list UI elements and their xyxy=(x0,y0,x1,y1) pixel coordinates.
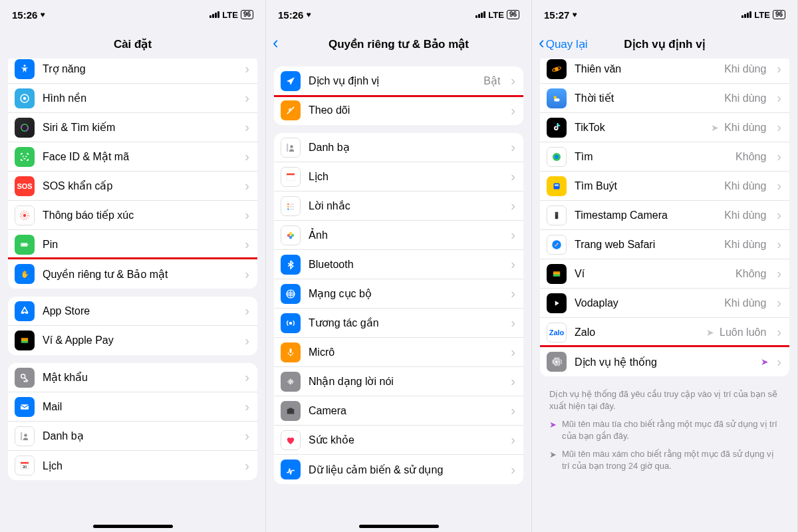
row-app-timestamp[interactable]: Timestamp Camera Khi dùng › xyxy=(540,201,789,230)
row-contacts[interactable]: Danh bạ › xyxy=(8,422,257,451)
row-app-busfinder[interactable]: Tìm Buýt Khi dùng › xyxy=(540,172,789,201)
row-health[interactable]: Sức khỏe › xyxy=(274,426,523,455)
location-apps-group: Thiên văn Khi dùng › Thời tiết Khi dùng … xyxy=(540,59,789,376)
chevron-right-icon: › xyxy=(511,286,515,301)
back-button[interactable]: ‹Quay lại xyxy=(539,37,588,51)
row-label: Vodaplay xyxy=(575,297,716,309)
row-battery[interactable]: Pin › xyxy=(8,230,257,259)
row-label: Ví xyxy=(575,268,728,280)
row-tracking[interactable]: Theo dõi › xyxy=(274,96,523,125)
status-time: 15:27 xyxy=(544,9,569,21)
svg-rect-41 xyxy=(290,348,292,353)
row-wallpaper[interactable]: Hình nền › xyxy=(8,84,257,113)
row-wallet[interactable]: Ví & Apple Pay › xyxy=(8,326,257,355)
chevron-right-icon: › xyxy=(777,325,781,340)
row-mail[interactable]: Mail › xyxy=(8,392,257,422)
row-label: Mật khẩu xyxy=(43,371,234,384)
svg-point-36 xyxy=(289,231,293,235)
sensor-icon xyxy=(281,460,301,479)
svg-point-57 xyxy=(555,360,558,363)
svg-point-42 xyxy=(289,410,293,413)
row-sos[interactable]: SOS SOS khẩn cấp › xyxy=(8,172,257,201)
chevron-right-icon: › xyxy=(511,103,515,118)
zalo-icon: Zalo xyxy=(547,323,567,342)
battery-icon: 96 xyxy=(241,10,253,19)
row-app-weather[interactable]: Thời tiết Khi dùng › xyxy=(540,84,789,113)
reminders-icon xyxy=(281,196,301,216)
row-label: Lịch xyxy=(309,170,500,183)
row-speech[interactable]: Nhận dạng lời nói › xyxy=(274,367,523,396)
row-app-tiktok[interactable]: TikTok ➤ Khi dùng › xyxy=(540,113,789,142)
footer-note-text: Mũi tên màu tía cho biết rằng một mục đã… xyxy=(562,418,780,442)
timestamp-icon xyxy=(547,205,567,225)
row-label: Lịch xyxy=(43,460,234,472)
privacy-group-data: Danh bạ › Lịch › Lời nhắc › Ảnh › Blueto… xyxy=(274,133,523,484)
row-label: Trang web Safari xyxy=(575,239,716,251)
nav-header: ‹ Quyền riêng tư & Bảo mật xyxy=(266,29,531,59)
row-privacy[interactable]: ✋ Quyền riêng tư & Bảo mật › xyxy=(8,259,257,289)
row-nearby[interactable]: Tương tác gần › xyxy=(274,309,523,338)
row-label: Danh bạ xyxy=(309,141,500,154)
row-system-services[interactable]: Dịch vụ hệ thống ➤ › xyxy=(540,347,789,376)
row-appstore[interactable]: App Store › xyxy=(8,297,257,326)
row-sensor-data[interactable]: Dữ liệu cảm biến & sử dụng › xyxy=(274,455,523,484)
row-reminders[interactable]: Lời nhắc › xyxy=(274,192,523,221)
page-title: Dịch vụ định vị xyxy=(624,37,705,51)
footer-note-purple: ➤ Mũi tên màu tía cho biết rằng một mục … xyxy=(540,413,789,443)
row-accessibility[interactable]: Trợ năng › xyxy=(8,59,257,84)
row-label: Hình nền xyxy=(43,92,234,104)
row-local-network[interactable]: Mạng cục bộ › xyxy=(274,279,523,309)
row-passwords[interactable]: Mật khẩu › xyxy=(8,363,257,392)
row-app-vodaplay[interactable]: Vodaplay Khi dùng › xyxy=(540,289,789,318)
row-app-astronomy[interactable]: Thiên văn Khi dùng › xyxy=(540,59,789,84)
chevron-right-icon: › xyxy=(777,120,781,135)
svg-rect-21 xyxy=(21,462,29,464)
speech-icon xyxy=(281,372,301,392)
row-app-safari[interactable]: Trang web Safari Khi dùng › xyxy=(540,230,789,259)
row-label: Tương tác gần xyxy=(309,317,500,329)
row-faceid[interactable]: Face ID & Mật mã › xyxy=(8,142,257,172)
row-location-services[interactable]: Dịch vụ định vị Bật › xyxy=(274,66,523,96)
row-app-zalo[interactable]: Zalo Zalo ➤ Luôn luôn › xyxy=(540,318,789,347)
row-microphone[interactable]: Micrô › xyxy=(274,338,523,367)
row-bluetooth[interactable]: Bluetooth › xyxy=(274,250,523,279)
phone-location-services: 15:27 ♥ LTE 96 ‹Quay lại Dịch vụ định vị… xyxy=(532,0,798,532)
row-label: Tìm Buýt xyxy=(575,180,716,192)
signal-icon xyxy=(741,11,751,18)
row-camera[interactable]: Camera › xyxy=(274,396,523,426)
row-app-wallet[interactable]: Ví Không › xyxy=(540,259,789,289)
svg-text:30: 30 xyxy=(23,465,27,469)
findmy-icon xyxy=(547,147,567,167)
svg-rect-55 xyxy=(553,274,561,276)
contacts-icon xyxy=(15,426,35,446)
row-calendar[interactable]: 30 Lịch › xyxy=(8,451,257,480)
row-label: Quyền riêng tư & Bảo mật xyxy=(43,268,234,281)
chevron-right-icon: › xyxy=(511,73,515,88)
home-indicator xyxy=(359,525,439,528)
row-photos[interactable]: Ảnh › xyxy=(274,221,523,250)
footer-note-text: Mũi tên màu xám cho biết rằng một mục đã… xyxy=(562,448,780,471)
chevron-right-icon: › xyxy=(245,149,249,164)
bluetooth-icon xyxy=(281,255,301,275)
signal-icon xyxy=(475,11,485,18)
svg-rect-15 xyxy=(21,340,29,341)
chevron-right-icon: › xyxy=(245,267,249,282)
calendar-icon xyxy=(281,167,301,187)
svg-rect-29 xyxy=(290,203,295,205)
svg-rect-12 xyxy=(22,243,27,245)
row-label: Trợ năng xyxy=(43,63,234,75)
row-label: Siri & Tìm kiếm xyxy=(43,121,234,134)
exposure-icon xyxy=(15,205,35,225)
row-exposure[interactable]: Thông báo tiếp xúc › xyxy=(8,201,257,230)
chevron-right-icon: › xyxy=(511,198,515,213)
svg-rect-18 xyxy=(21,404,29,410)
row-contacts[interactable]: Danh bạ › xyxy=(274,133,523,162)
contacts-icon xyxy=(281,138,301,158)
row-app-findmy[interactable]: Tìm Không › xyxy=(540,142,789,172)
row-siri[interactable]: Siri & Tìm kiếm › xyxy=(8,113,257,142)
row-label: Dịch vụ định vị xyxy=(309,74,475,87)
phone-settings: 15:26 ♥ LTE 96 Cài đặt Trợ năng › Hình n… xyxy=(0,0,266,532)
row-label: Thời tiết xyxy=(575,92,716,104)
calendar-icon: 30 xyxy=(15,456,35,475)
row-calendar[interactable]: Lịch › xyxy=(274,162,523,192)
